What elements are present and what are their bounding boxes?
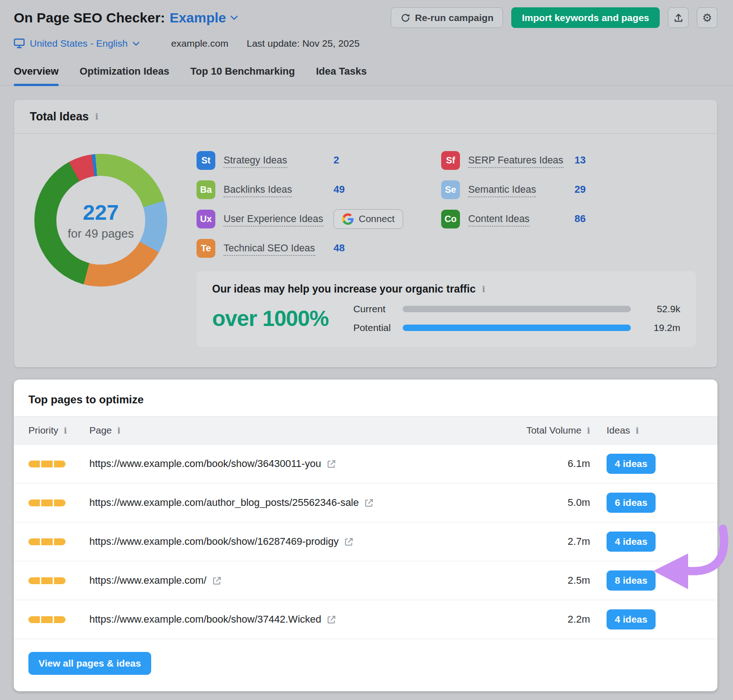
priority-indicator xyxy=(28,577,89,584)
content-badge: Co xyxy=(441,210,460,228)
strategy-ideas-count: 2 xyxy=(334,154,339,166)
ideas-count-button[interactable]: 4 ideas xyxy=(607,609,656,629)
info-icon[interactable]: i xyxy=(117,426,120,435)
backlinks-ideas-link[interactable]: Backlinks Ideas xyxy=(224,184,292,197)
external-link-icon[interactable] xyxy=(327,459,336,469)
serp-features-ideas-count: 13 xyxy=(574,154,585,166)
chevron-down-icon xyxy=(133,42,139,46)
legend-item-user-experience: Ux User Experience Ideas Connect xyxy=(197,209,441,229)
backlinks-ideas-count: 49 xyxy=(334,184,345,195)
external-link-icon[interactable] xyxy=(212,576,222,586)
donut-total-count: 227 xyxy=(83,200,119,225)
header: On Page SEO Checker: Example Re-run camp… xyxy=(0,0,733,49)
info-icon[interactable]: i xyxy=(64,426,67,435)
info-icon[interactable]: i xyxy=(95,112,98,121)
tab-optimization-ideas[interactable]: Optimization Ideas xyxy=(80,65,170,85)
organic-traffic-panel: Our ideas may help you increase your org… xyxy=(197,271,696,347)
monitor-icon xyxy=(14,38,25,49)
table-row: https://www.example.com/book/show/162874… xyxy=(14,522,717,561)
legend-item-serp-features: Sf SERP Features Ideas 13 xyxy=(441,150,696,170)
backlinks-badge: Ba xyxy=(197,180,215,199)
info-icon[interactable]: i xyxy=(482,284,485,294)
gear-icon: ⚙ xyxy=(702,12,712,23)
potential-traffic-row: Potential 19.2m xyxy=(353,322,680,333)
rerun-campaign-button[interactable]: Re-run campaign xyxy=(391,7,503,28)
strategy-ideas-link[interactable]: Strategy Ideas xyxy=(224,155,287,168)
top-pages-title: Top pages to optimize xyxy=(14,380,717,416)
traffic-increase-highlight: over 1000% xyxy=(212,306,328,331)
content-ideas-count: 86 xyxy=(574,213,585,225)
top-pages-card: Top pages to optimize Priorityi Pagei To… xyxy=(14,380,717,691)
ideas-count-button[interactable]: 6 ideas xyxy=(607,493,656,513)
technical-seo-ideas-count: 48 xyxy=(334,242,345,254)
serp-features-ideas-link[interactable]: SERP Features Ideas xyxy=(468,155,563,168)
google-connect-label: Connect xyxy=(359,213,394,224)
content-ideas-link[interactable]: Content Ideas xyxy=(468,213,530,227)
technical-seo-badge: Te xyxy=(197,239,215,258)
potential-traffic-bar xyxy=(403,325,631,331)
locale-selector[interactable]: United States - English xyxy=(14,38,139,49)
tab-top10-benchmarking[interactable]: Top 10 Benchmarking xyxy=(190,65,295,85)
current-traffic-row: Current 52.9k xyxy=(353,304,680,315)
chevron-down-icon xyxy=(230,16,238,20)
strategy-badge: St xyxy=(197,151,215,170)
priority-indicator xyxy=(28,499,89,506)
info-icon[interactable]: i xyxy=(587,426,590,435)
project-name: Example xyxy=(170,10,226,26)
tab-idea-tasks[interactable]: Idea Tasks xyxy=(316,65,367,85)
import-keywords-button[interactable]: Import keywords and pages xyxy=(511,7,660,28)
ideas-count-button-highlighted[interactable]: 8 ideas xyxy=(607,570,656,591)
external-link-icon[interactable] xyxy=(327,615,336,624)
page-url: https://www.example.com/book/show/37442.… xyxy=(89,613,321,625)
technical-seo-ideas-link[interactable]: Technical SEO Ideas xyxy=(224,243,315,256)
locale-label: United States - English xyxy=(30,38,128,49)
total-volume-value: 6.1m xyxy=(508,458,590,470)
total-ideas-card: Total Ideas i 227 for 49 pages St Stra xyxy=(14,99,717,368)
table-row: https://www.example.com/book/show/37442.… xyxy=(14,600,717,639)
potential-label: Potential xyxy=(353,322,403,333)
refresh-icon xyxy=(400,13,410,23)
semantic-badge: Se xyxy=(441,180,460,199)
table-row: https://www.example.com/book/show/364300… xyxy=(14,445,717,483)
total-volume-value: 5.0m xyxy=(508,497,590,509)
tab-overview[interactable]: Overview xyxy=(14,65,59,85)
upload-icon xyxy=(673,13,684,23)
col-ideas: Ideas xyxy=(607,425,630,436)
total-volume-value: 2.5m xyxy=(508,575,590,586)
import-keywords-label: Import keywords and pages xyxy=(522,12,649,23)
info-icon[interactable]: i xyxy=(635,426,639,435)
ideas-donut-chart: 227 for 49 pages xyxy=(34,150,167,347)
page-title: On Page SEO Checker: Example xyxy=(14,10,238,26)
ideas-count-button[interactable]: 4 ideas xyxy=(607,454,656,474)
total-volume-value: 2.7m xyxy=(508,536,590,548)
google-connect-button[interactable]: Connect xyxy=(334,209,403,229)
user-experience-badge: Ux xyxy=(197,210,215,228)
serp-features-badge: Sf xyxy=(441,151,460,170)
table-header: Priorityi Pagei Total Volumei Ideasi xyxy=(14,416,717,445)
table-row: https://www.example.com/ 2.5m 8 ideas xyxy=(14,561,717,600)
settings-button[interactable]: ⚙ xyxy=(697,7,717,28)
semantic-ideas-count: 29 xyxy=(574,184,585,195)
ideas-count-button[interactable]: 4 ideas xyxy=(607,532,656,552)
legend-item-semantic: Se Semantic Ideas 29 xyxy=(441,179,696,200)
page-url: https://www.example.com/author_blog_post… xyxy=(89,497,359,509)
semantic-ideas-link[interactable]: Semantic Ideas xyxy=(468,184,536,197)
export-button[interactable] xyxy=(668,7,689,28)
external-link-icon[interactable] xyxy=(344,537,354,547)
last-update: Last update: Nov 25, 2025 xyxy=(247,38,360,49)
current-label: Current xyxy=(353,304,403,315)
current-traffic-bar xyxy=(403,306,631,312)
priority-indicator xyxy=(28,538,89,545)
view-all-pages-button[interactable]: View all pages & ideas xyxy=(28,652,151,675)
page-url: https://www.example.com/book/show/364300… xyxy=(89,458,321,470)
col-total-volume: Total Volume xyxy=(526,425,581,436)
total-volume-value: 2.2m xyxy=(508,613,590,625)
project-selector[interactable]: Example xyxy=(170,10,237,26)
potential-traffic-value: 19.2m xyxy=(642,322,680,333)
external-link-icon[interactable] xyxy=(364,498,374,508)
donut-subtitle: for 49 pages xyxy=(68,227,134,241)
user-experience-ideas-link[interactable]: User Experience Ideas xyxy=(224,213,323,227)
total-ideas-title: Total Ideas xyxy=(30,110,89,123)
donut-ring: 227 for 49 pages xyxy=(34,154,167,287)
priority-indicator xyxy=(28,461,89,467)
